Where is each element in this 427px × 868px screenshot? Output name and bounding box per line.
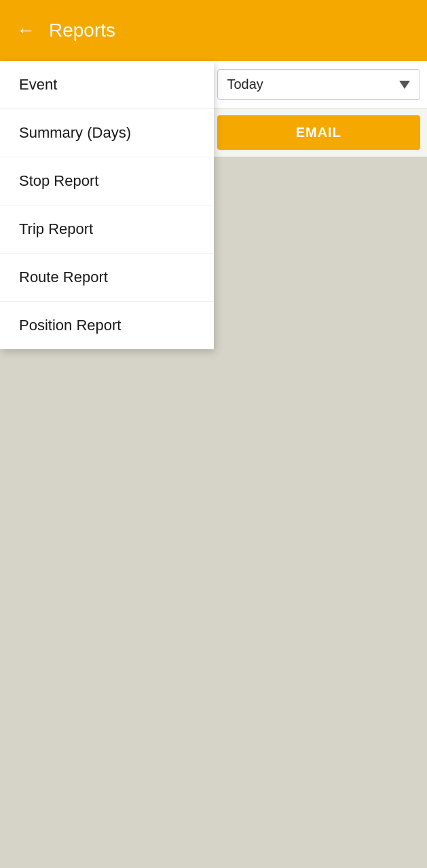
back-icon: ← [16, 20, 35, 41]
report-type-dropdown: Event Summary (Days) Stop Report Trip Re… [0, 61, 214, 349]
dropdown-item-event[interactable]: Event [0, 61, 214, 109]
page-title: Reports [49, 20, 115, 41]
date-selector[interactable]: Today [217, 69, 421, 100]
dropdown-item-summary-days[interactable]: Summary (Days) [0, 109, 214, 157]
dropdown-item-trip-report[interactable]: Trip Report [0, 205, 214, 254]
date-label: Today [227, 77, 263, 92]
header: ← Reports [0, 0, 427, 61]
chevron-down-icon [399, 81, 410, 89]
dropdown-item-position-report[interactable]: Position Report [0, 302, 214, 349]
dropdown-item-stop-report[interactable]: Stop Report [0, 157, 214, 205]
email-button[interactable]: EMAIL [217, 115, 421, 150]
dropdown-item-route-report[interactable]: Route Report [0, 254, 214, 302]
back-button[interactable]: ← [14, 17, 38, 44]
